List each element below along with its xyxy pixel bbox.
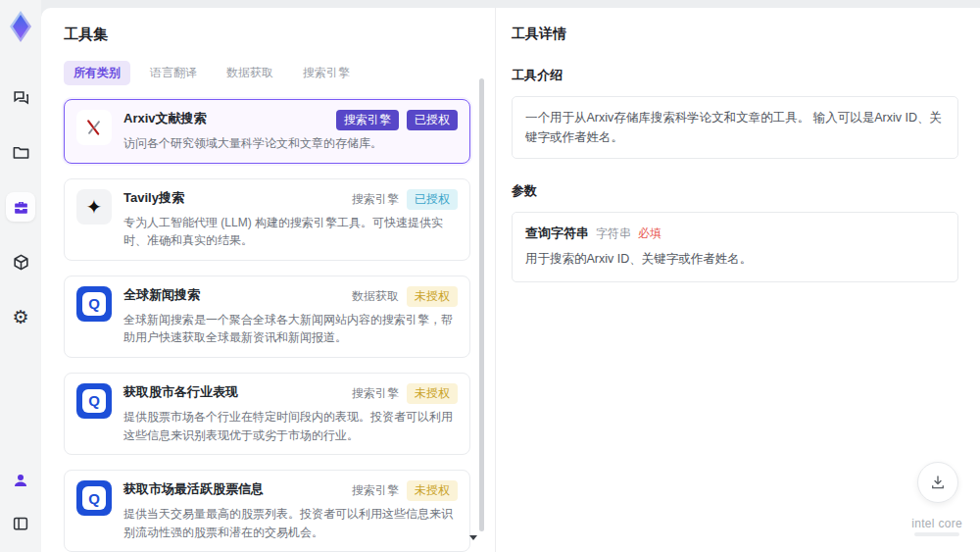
tool-title: Arxiv文献搜索 — [123, 110, 207, 127]
tool-title: Tavily搜索 — [123, 189, 184, 207]
sidebar-bottom — [0, 466, 41, 538]
sidebar-nav: ⚙ — [6, 82, 35, 331]
status-badge: 未授权 — [407, 383, 458, 404]
category-badge: 数据获取 — [352, 288, 399, 305]
download-button[interactable] — [917, 462, 958, 503]
tool-description: 提供股票市场各个行业在特定时间段内的表现。投资者可以利用这些信息来识别表现优于或… — [123, 408, 458, 444]
tool-title: 获取市场最活跃股票信息 — [123, 480, 264, 498]
chat-icon[interactable] — [6, 82, 35, 112]
toolbox-icon[interactable] — [6, 192, 35, 222]
tool-card-tavily[interactable]: ✦ Tavily搜索 搜索引擎 已授权 专为人工智能代理 (LLM) 构建的搜索… — [64, 178, 470, 261]
list-scrollbar[interactable] — [479, 78, 484, 531]
intro-heading: 工具介绍 — [512, 67, 958, 84]
category-badge: 搜索引擎 — [336, 110, 399, 130]
tool-detail-panel: 工具详情 工具介绍 一个用于从Arxiv存储库搜索科学论文和文章的工具。 输入可… — [495, 8, 980, 552]
status-badge: 未授权 — [407, 286, 458, 307]
user-avatar-icon[interactable] — [6, 466, 35, 495]
status-badge: 未授权 — [407, 480, 458, 501]
intel-core-logo: intel core — [911, 517, 962, 536]
category-badge: 搜索引擎 — [352, 385, 399, 402]
stock-q-icon: Q — [76, 480, 112, 516]
status-badge: 已授权 — [407, 189, 458, 210]
folder-icon[interactable] — [6, 137, 35, 167]
tab-language-translation[interactable]: 语言翻译 — [140, 61, 207, 85]
tool-description: 全球新闻搜索是一个聚合全球各大新闻网站内容的搜索引擎，帮助用户快速获取全球最新资… — [123, 311, 458, 347]
tool-description: 访问各个研究领域大量科学论文和文章的存储库。 — [123, 134, 458, 153]
news-search-q-icon: Q — [76, 286, 112, 322]
scroll-down-arrow-icon[interactable] — [469, 535, 477, 540]
tool-description: 专为人工智能代理 (LLM) 构建的搜索引擎工具。可快速提供实时、准确和真实的结… — [123, 214, 458, 250]
gear-icon[interactable]: ⚙ — [6, 302, 35, 331]
tool-title: 获取股市各行业表现 — [123, 383, 238, 401]
param-required-badge: 必填 — [638, 226, 662, 242]
arxiv-logo-icon — [76, 110, 112, 145]
intro-box: 一个用于从Arxiv存储库搜索科学论文和文章的工具。 输入可以是Arxiv ID… — [512, 96, 958, 159]
tool-card-arxiv[interactable]: Arxiv文献搜索 搜索引擎 已授权 访问各个研究领域大量科学论文和文章的存储库… — [64, 99, 470, 164]
app-logo-gem-icon — [6, 10, 35, 43]
param-name: 查询字符串 — [525, 225, 589, 242]
tab-search-engine[interactable]: 搜索引擎 — [293, 61, 360, 85]
category-badge: 搜索引擎 — [352, 482, 399, 499]
tab-all-categories[interactable]: 所有类别 — [64, 61, 130, 85]
cube-icon[interactable] — [6, 247, 35, 276]
collapse-sidebar-icon[interactable] — [6, 509, 35, 538]
download-icon — [929, 474, 947, 491]
category-tabs: 所有类别 语言翻译 数据获取 搜索引擎 — [64, 61, 495, 85]
app-window: ⚙ 工具集 所有类别 语言翻译 数据获取 搜索引擎 — [0, 0, 980, 552]
param-description: 用于搜索的Arxiv ID、关键字或作者姓名。 — [525, 251, 945, 268]
param-box: 查询字符串 字符串 必填 用于搜索的Arxiv ID、关键字或作者姓名。 — [512, 212, 958, 282]
tool-list: Arxiv文献搜索 搜索引擎 已授权 访问各个研究领域大量科学论文和文章的存储库… — [64, 99, 470, 552]
tab-data-fetch[interactable]: 数据获取 — [217, 61, 283, 85]
tavily-star-icon: ✦ — [76, 189, 112, 225]
sidebar: ⚙ — [0, 0, 41, 552]
category-badge: 搜索引擎 — [352, 191, 399, 208]
status-badge: 已授权 — [407, 110, 458, 130]
tool-card-global-news[interactable]: Q 全球新闻搜索 数据获取 未授权 全球新闻搜索是一个聚合全球各大新闻网站内容的… — [64, 276, 470, 358]
tool-card-active-stocks[interactable]: Q 获取市场最活跃股票信息 搜索引擎 未授权 提供当天交易量最高的股票列表。投资… — [64, 470, 470, 552]
tool-title: 全球新闻搜索 — [123, 286, 200, 304]
toolset-panel: 工具集 所有类别 语言翻译 数据获取 搜索引擎 — [41, 8, 495, 552]
tool-description: 提供当天交易量最高的股票列表。投资者可以利用这些信息来识别流动性强的股票和潜在的… — [123, 505, 458, 541]
page-title: 工具集 — [64, 25, 495, 44]
stock-q-icon: Q — [76, 383, 112, 419]
tool-card-sector-performance[interactable]: Q 获取股市各行业表现 搜索引擎 未授权 提供股票市场各个行业在特定时间段内的表… — [64, 373, 470, 455]
params-heading: 参数 — [512, 182, 958, 200]
main-content: 工具集 所有类别 语言翻译 数据获取 搜索引擎 — [41, 8, 980, 552]
detail-title: 工具详情 — [512, 25, 958, 43]
param-type: 字符串 — [596, 226, 631, 242]
